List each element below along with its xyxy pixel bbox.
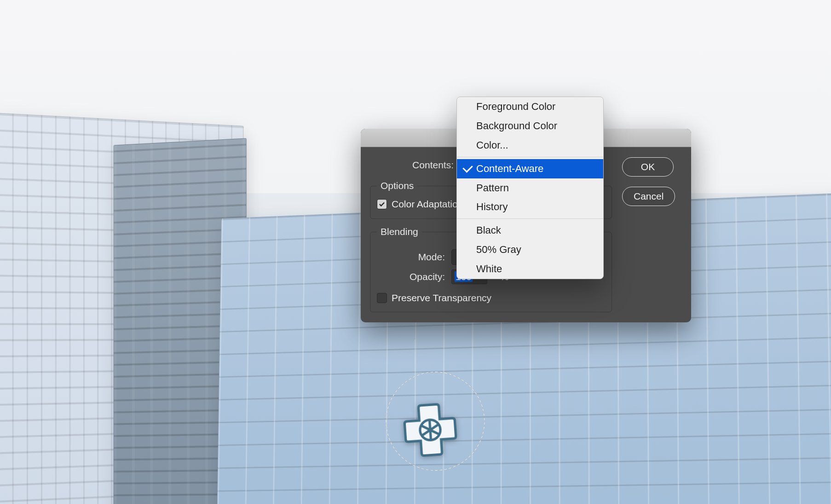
cross-logo: [398, 398, 462, 462]
contents-option[interactable]: History: [457, 197, 603, 217]
color-adaptation-label: Color Adaptation: [392, 199, 463, 210]
cancel-button-label: Cancel: [634, 191, 664, 201]
checkbox-icon-checked: [377, 199, 387, 209]
contents-option[interactable]: Background Color: [457, 116, 603, 136]
mode-label: Mode:: [377, 252, 445, 263]
preserve-transparency-checkbox[interactable]: Preserve Transparency: [377, 292, 491, 304]
preserve-transparency-label: Preserve Transparency: [392, 292, 491, 304]
contents-dropdown[interactable]: Foreground ColorBackground ColorColor...…: [456, 97, 604, 279]
menu-separator: [457, 157, 603, 157]
checkbox-icon: [377, 293, 387, 303]
cancel-button[interactable]: Cancel: [622, 187, 675, 206]
opacity-label: Opacity:: [377, 271, 445, 282]
contents-option[interactable]: Color...: [457, 136, 603, 155]
ok-button-label: OK: [641, 161, 655, 172]
contents-option[interactable]: Foreground Color: [457, 97, 603, 116]
blending-legend: Blending: [377, 226, 422, 237]
options-legend: Options: [377, 180, 417, 191]
contents-option[interactable]: Black: [457, 221, 603, 240]
ok-button[interactable]: OK: [622, 157, 674, 177]
contents-option[interactable]: Content-Aware: [457, 159, 603, 178]
contents-option[interactable]: Pattern: [457, 178, 603, 198]
contents-option[interactable]: 50% Gray: [457, 240, 603, 259]
contents-option[interactable]: White: [457, 259, 603, 279]
contents-label: Contents:: [370, 160, 454, 171]
menu-separator: [457, 218, 603, 219]
color-adaptation-checkbox[interactable]: Color Adaptation: [377, 199, 463, 210]
